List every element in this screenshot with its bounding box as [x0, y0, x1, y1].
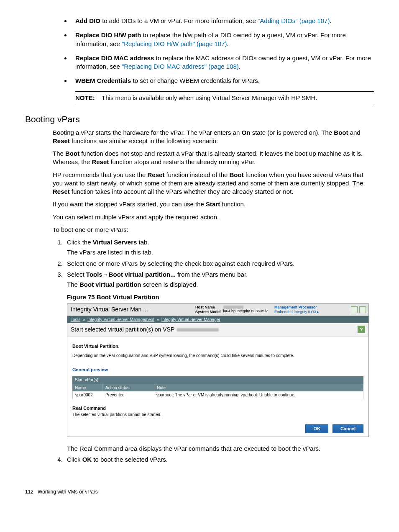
- boot-term: Boot: [334, 129, 348, 136]
- app-header: Integrity Virtual Server Man ... Host Na…: [67, 304, 368, 316]
- sysmodel-label: System Model: [195, 310, 221, 314]
- replace-dio-mac-link[interactable]: "Replacing DIO MAC address" (page 108): [122, 63, 239, 70]
- sysmodel-value: ia64 hp Integrity BL860c i2: [223, 309, 268, 314]
- step-3: Select Tools→Boot virtual partition... f…: [64, 270, 374, 453]
- note-block: NOTE: This menu is available only when u…: [75, 91, 374, 104]
- real-command-note: The selected virtual partitions cannot b…: [72, 412, 363, 418]
- app-meta: Host Name System Model ia64 hp Integrity…: [195, 305, 348, 314]
- table-header-row: Name Action status Note: [72, 384, 363, 392]
- note-label: NOTE:: [75, 94, 95, 101]
- list-item: Replace DIO MAC address to replace the M…: [71, 54, 374, 71]
- crumb-ivsm2[interactable]: Integrity Virtual Server Manager: [161, 317, 220, 322]
- mp-value[interactable]: Embedded Integrity iLO3 ▸: [274, 310, 319, 314]
- step-4: Click OK to boot the selected vPars.: [64, 455, 374, 464]
- after: .: [239, 63, 240, 70]
- table-caption: Start vPar(s).: [72, 376, 363, 384]
- term: Add DIO: [75, 17, 100, 24]
- section-body: Booting a vPar starts the hardware for t…: [53, 129, 374, 234]
- note-text: This menu is available only when using V…: [102, 94, 317, 101]
- text: screen is displayed.: [141, 281, 198, 288]
- text: tab.: [137, 239, 149, 246]
- desc: to set or change WBEM credentials for vP…: [131, 77, 260, 84]
- text: If you want the stopped vPars started, y…: [53, 200, 206, 208]
- list-item: WBEM Credentials to set or change WBEM c…: [71, 77, 374, 85]
- step-2: Select one or more vPars by selecting th…: [64, 260, 374, 268]
- replace-dio-hw-link[interactable]: "Replacing DIO H/W path" (page 107): [122, 40, 227, 47]
- help-icon[interactable]: ?: [358, 326, 365, 333]
- start-term: Start: [206, 200, 220, 208]
- text: from the vPars menu bar.: [176, 271, 248, 278]
- section-heading: Booting vPars: [25, 114, 374, 124]
- arrow-icon: →: [102, 271, 109, 278]
- boot-vp-note: Depending on the vPar configuration and …: [72, 353, 363, 359]
- table-row: vpar0002 Prevented vparboot: The vPar or…: [72, 391, 363, 399]
- text: Click the: [67, 239, 93, 246]
- mp-label: Management Processor: [274, 305, 319, 310]
- add-dio-link[interactable]: "Adding DIOs" (page 107): [258, 17, 330, 24]
- cell-name: vpar0002: [73, 391, 103, 399]
- text: HP recommends that you use the: [53, 171, 148, 178]
- text: Select: [67, 271, 86, 278]
- tools-menu: Tools: [86, 271, 102, 278]
- col-note: Note: [154, 384, 363, 392]
- view-grid-icon[interactable]: [359, 306, 366, 313]
- vsp-name-redacted: [177, 328, 219, 332]
- boot-term: Boot: [65, 150, 79, 157]
- list-item: Replace DIO H/W path to replace the h/w …: [71, 31, 374, 48]
- text: and: [348, 129, 360, 136]
- after: .: [330, 17, 331, 24]
- steps-list: Click the Virtual Servers tab. The vPars…: [53, 238, 374, 464]
- term: Replace DIO MAC address: [75, 54, 154, 62]
- text: function.: [220, 200, 246, 208]
- text: function instead of the: [164, 171, 229, 178]
- text: You can select multiple vPars and apply …: [53, 213, 374, 221]
- crumb-ivsm[interactable]: Integrity Virtual Server Management: [87, 317, 154, 322]
- col-status: Action status: [103, 384, 154, 392]
- step-1: Click the Virtual Servers tab. The vPars…: [64, 238, 374, 257]
- view-list-icon[interactable]: [351, 306, 358, 313]
- desc: to add DIOs to a VM or vPar. For more in…: [100, 17, 258, 24]
- ok-label: OK: [82, 456, 92, 463]
- reset-term: Reset: [53, 137, 70, 144]
- text: To boot one or more vPars:: [53, 226, 374, 234]
- reset-term: Reset: [53, 188, 70, 195]
- virtual-servers-tab: Virtual Servers: [93, 239, 137, 246]
- text: state (or is powered on). The: [250, 129, 334, 136]
- after: .: [227, 40, 229, 47]
- boot-term: Boot: [229, 171, 243, 178]
- col-name: Name: [72, 384, 103, 392]
- cancel-button[interactable]: Cancel: [332, 424, 363, 433]
- hostname-label: Host Name: [195, 305, 221, 310]
- cell-note: vparboot: The vPar or VM is already runn…: [154, 391, 363, 399]
- list-item: Add DIO to add DIOs to a VM or vPar. For…: [71, 17, 374, 25]
- boot-vp-heading: Boot Virtual Partition.: [72, 343, 363, 350]
- text: Booting a vPar starts the hardware for t…: [53, 129, 242, 136]
- term: Replace DIO H/W path: [75, 31, 141, 39]
- figure-caption: Figure 75 Boot Virtual Partition: [67, 293, 374, 301]
- page-footer: 112 Working with VMs or vPars: [25, 489, 374, 495]
- subheader-title: Start selected virtual partition(s) on V…: [71, 326, 174, 333]
- text: function stops and restarts the already …: [109, 158, 256, 165]
- text: to boot the selected vPars.: [92, 456, 168, 463]
- general-preview-heading: General preview: [72, 367, 363, 373]
- breadcrumb: Tools » Integrity Virtual Server Managem…: [67, 316, 368, 324]
- dio-options-list: Add DIO to add DIOs to a VM or vPar. For…: [25, 17, 374, 85]
- crumb-tools[interactable]: Tools: [71, 317, 80, 322]
- reset-term: Reset: [148, 171, 165, 178]
- text: functions are similar except in the foll…: [70, 137, 218, 144]
- app-subheader: Start selected virtual partition(s) on V…: [67, 323, 368, 337]
- term: WBEM Credentials: [75, 77, 131, 84]
- on-state: On: [242, 129, 251, 136]
- step-subtext: The vPars are listed in this tab.: [67, 248, 374, 257]
- ok-button[interactable]: OK: [305, 424, 328, 433]
- real-command-heading: Real Command: [72, 405, 363, 411]
- text: The: [67, 281, 79, 288]
- page-number: 112: [25, 489, 33, 495]
- text: function takes into account all the vPar…: [70, 188, 293, 195]
- reset-term: Reset: [92, 158, 109, 165]
- app-title: Integrity Virtual Server Man ...: [67, 306, 195, 314]
- hostname-value-redacted: [223, 306, 243, 309]
- after-figure-text: The Real Command area displays the vPar …: [67, 445, 374, 453]
- figure-boot-vp: Integrity Virtual Server Man ... Host Na…: [67, 303, 369, 437]
- text: The: [53, 150, 65, 157]
